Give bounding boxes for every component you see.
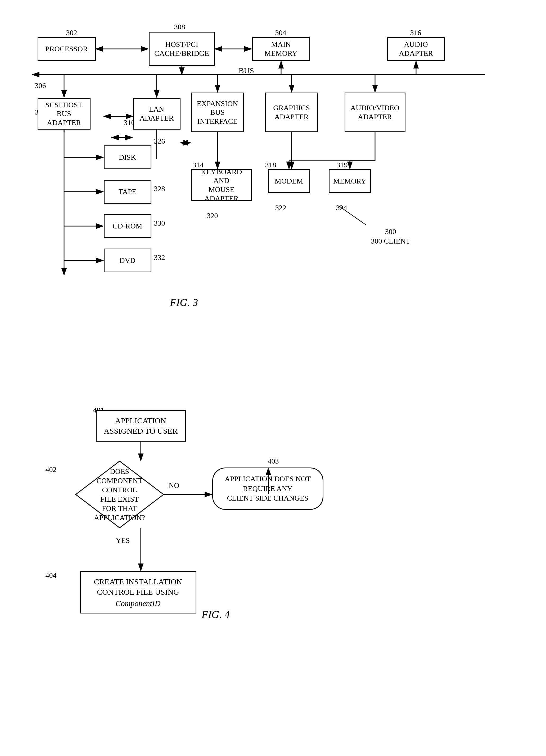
memory-box: MEMORY [329, 169, 371, 193]
ref-330: 330 [154, 219, 165, 227]
audio-adapter-box: AUDIO ADAPTER [387, 37, 445, 61]
ref-402: 402 [45, 465, 57, 474]
disk-box: DISK [104, 145, 151, 169]
ref-308: 308 [174, 23, 185, 31]
ref-316: 316 [410, 29, 421, 37]
scsi-box: SCSI HOST BUS ADAPTER [38, 98, 90, 130]
ref-403: 403 [268, 457, 279, 465]
kbd-mouse-box: KEYBOARD AND MOUSE ADAPTER [191, 169, 252, 201]
client-label: 300 300 CLIENT [371, 227, 411, 245]
expansion-bus-box: EXPANSION BUS INTERFACE [191, 93, 244, 132]
diamond-402: DOES COMPONENT CONTROL FILE EXIST FOR TH… [75, 460, 165, 529]
ref-306: 306 [35, 81, 46, 90]
ref-332: 332 [154, 253, 165, 262]
bus-label: BUS [239, 66, 254, 75]
ref-319: 319 [337, 161, 348, 169]
modem-box: MODEM [268, 169, 310, 193]
create-install-text: CREATE INSTALLATIONCONTROL FILE USING Co… [94, 576, 182, 608]
app-no-require-box: APPLICATION DOES NOT REQUIRE ANY CLIENT-… [212, 468, 324, 510]
fig3-label: FIG. 3 [170, 296, 198, 309]
main-memory-box: MAIN MEMORY [252, 37, 310, 61]
tape-box: TAPE [104, 180, 151, 204]
ref-322: 322 [275, 204, 287, 212]
fig4-label: FIG. 4 [202, 608, 230, 621]
processor-box: PROCESSOR [38, 37, 96, 61]
fig3-arrows [22, 16, 525, 381]
yes-label: YES [116, 536, 130, 545]
ref-324: 324 [336, 204, 347, 212]
fig4-diagram: 401 402 403 404 APPLICATION ASSIGNED TO … [22, 391, 525, 756]
ref-304: 304 [275, 29, 287, 37]
app-assigned-box: APPLICATION ASSIGNED TO USER [96, 410, 186, 442]
diamond-text-402: DOES COMPONENT CONTROL FILE EXIST FOR TH… [93, 467, 146, 522]
host-pci-box: HOST/PCI CACHE/BRIDGE [149, 32, 215, 66]
ref-318: 318 [265, 161, 276, 169]
ref-302: 302 [66, 29, 77, 37]
ref-404: 404 [45, 571, 57, 580]
page: { "fig3": { "title": "FIG. 3", "ref_numb… [0, 0, 546, 756]
cdrom-box: CD-ROM [104, 214, 151, 238]
graphics-adapter-box: GRAPHICS ADAPTER [265, 93, 318, 132]
ref-328: 328 [154, 185, 165, 193]
ref-326: 326 [154, 137, 165, 145]
dvd-box: DVD [104, 249, 151, 272]
av-adapter-box: AUDIO/VIDEO ADAPTER [345, 93, 406, 132]
lan-adapter-box: LAN ADAPTER [133, 98, 180, 130]
no-label: NO [169, 481, 179, 490]
fig3-diagram: 302 308 304 316 306 312 326 328 330 332 … [22, 16, 525, 381]
ref-320: 320 [207, 212, 218, 220]
create-install-box: CREATE INSTALLATIONCONTROL FILE USING Co… [80, 571, 196, 613]
